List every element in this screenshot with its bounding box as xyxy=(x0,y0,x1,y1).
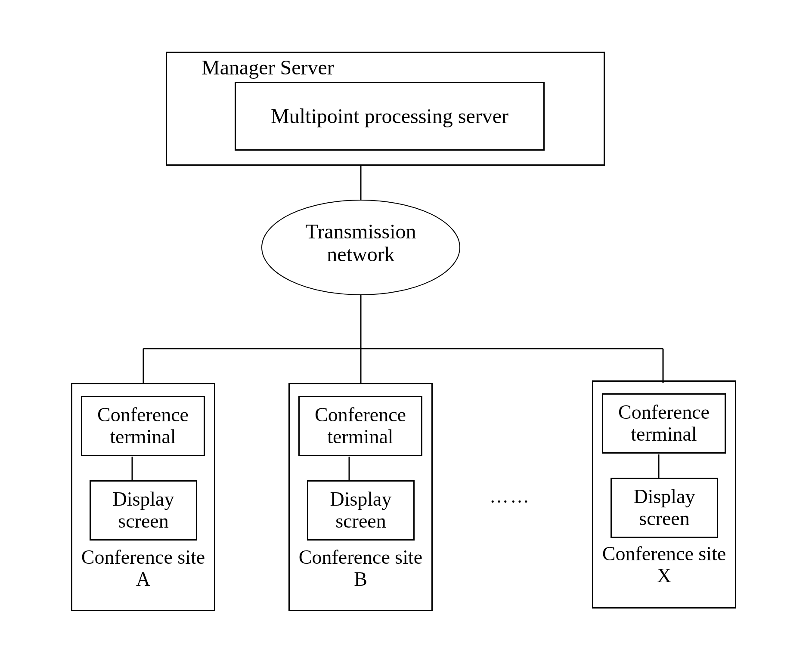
site-b-terminal-label: Conference terminal xyxy=(303,404,418,448)
site-x-name: Conference site X xyxy=(601,543,728,587)
transmission-network-label: Transmission network xyxy=(288,220,434,266)
site-a-name: Conference site A xyxy=(80,547,207,590)
site-b-name: Conference site B xyxy=(297,547,424,590)
site-ellipsis: …… xyxy=(478,486,542,507)
site-x-display-label: Display screen xyxy=(614,486,714,529)
site-a-display-label: Display screen xyxy=(93,488,193,532)
site-a-terminal-label: Conference terminal xyxy=(85,404,201,448)
multipoint-processing-server-label: Multipoint processing server xyxy=(251,105,528,128)
site-b-display-box: Display screen xyxy=(307,480,415,541)
manager-server-title: Manager Server xyxy=(167,53,334,79)
site-x-display-box: Display screen xyxy=(611,478,718,538)
site-a-terminal-box: Conference terminal xyxy=(81,396,205,456)
site-x-terminal-box: Conference terminal xyxy=(602,393,726,454)
site-a-display-box: Display screen xyxy=(90,480,197,541)
multipoint-processing-server-box: Multipoint processing server xyxy=(235,82,545,151)
site-x-terminal-label: Conference terminal xyxy=(606,402,722,445)
site-b-display-label: Display screen xyxy=(311,488,411,532)
site-b-terminal-box: Conference terminal xyxy=(298,396,422,456)
